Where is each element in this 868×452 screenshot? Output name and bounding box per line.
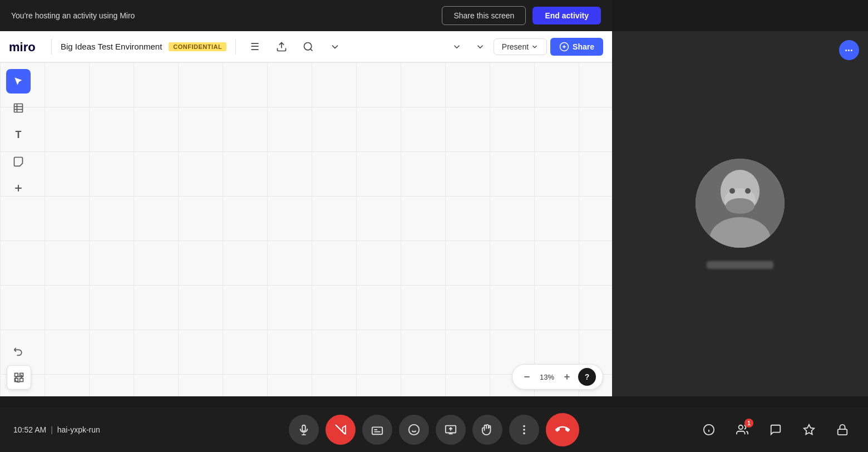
video-avatar — [696, 159, 785, 248]
pipe-separator: | — [51, 425, 53, 434]
undo-tool[interactable] — [6, 338, 31, 363]
menu-icon: ☰ — [250, 41, 259, 53]
share-label: Share — [573, 42, 594, 51]
miro-logo: miro — [9, 40, 38, 53]
more-dots-icon: ••• — [845, 47, 854, 53]
mic-button[interactable] — [289, 415, 319, 445]
zoom-help-button[interactable]: ? — [578, 368, 596, 386]
table-icon — [13, 102, 24, 114]
present-button[interactable]: Present — [494, 38, 547, 55]
toolbar-right: Present Share — [447, 37, 603, 57]
avatar-svg — [696, 159, 785, 248]
emoji-button[interactable] — [399, 415, 429, 445]
zoom-in-button[interactable] — [559, 369, 575, 385]
collapse-left-button[interactable] — [470, 37, 490, 57]
svg-rect-26 — [372, 427, 382, 434]
video-more-button[interactable]: ••• — [839, 40, 859, 60]
captions-icon — [371, 424, 383, 436]
activities-icon — [803, 424, 815, 436]
present-screen-button[interactable] — [436, 415, 466, 445]
upload-icon — [276, 41, 287, 52]
redo-icon — [13, 372, 24, 383]
lock-button[interactable] — [830, 417, 855, 442]
hand-button[interactable] — [472, 415, 502, 445]
text-tool[interactable]: T — [6, 122, 31, 147]
taskbar: 10:52 AM | hai-yxpk-run — [0, 407, 868, 452]
captions-button[interactable] — [362, 415, 392, 445]
time-display: 10:52 AM — [13, 425, 46, 434]
video-panel: ••• — [612, 31, 868, 396]
activity-bar-buttons: Share this screen End activity — [442, 6, 601, 25]
activity-bar: You're hosting an activity using Miro Sh… — [0, 0, 612, 31]
chevron-down-icon — [329, 41, 341, 52]
svg-point-21 — [726, 198, 754, 214]
chevron-down-icon-3 — [475, 42, 485, 52]
mic-icon — [298, 424, 310, 436]
more-options-button[interactable] — [509, 415, 539, 445]
present-chevron-icon — [531, 43, 539, 51]
people-button[interactable]: 1 — [730, 417, 754, 442]
taskbar-time-section: 10:52 AM | hai-yxpk-run — [13, 425, 100, 434]
cursor-tool[interactable] — [6, 69, 31, 94]
lock-icon — [836, 424, 849, 436]
info-icon — [703, 424, 715, 436]
video-name-blur — [707, 261, 773, 269]
svg-point-29 — [409, 425, 419, 435]
svg-point-35 — [523, 429, 525, 431]
svg-marker-41 — [804, 425, 814, 434]
sticky-icon — [13, 156, 24, 167]
svg-rect-3 — [14, 104, 23, 112]
zoom-out-button[interactable] — [519, 369, 535, 385]
chat-icon — [770, 424, 782, 436]
search-icon — [303, 41, 314, 52]
share-screen-button[interactable]: Share this screen — [442, 6, 526, 25]
info-button[interactable] — [697, 417, 721, 442]
more-vert-icon — [518, 424, 530, 436]
chevron-down-icon-2 — [452, 42, 462, 52]
present-label: Present — [502, 42, 529, 51]
upload-button[interactable] — [272, 37, 292, 57]
redo-tool[interactable] — [6, 365, 31, 390]
miro-toolbar: miro Big Ideas Test Environment CONFIDEN… — [0, 31, 612, 62]
chat-button[interactable] — [763, 417, 788, 442]
svg-point-40 — [739, 425, 743, 429]
share-icon — [559, 42, 569, 52]
toolbar-divider-2 — [235, 39, 236, 55]
taskbar-right: 1 — [697, 417, 855, 442]
svg-point-1 — [304, 42, 312, 50]
zoom-bar: 13% ? — [512, 364, 603, 390]
cursor-icon — [13, 76, 24, 87]
add-tool[interactable] — [6, 176, 31, 200]
undo-icon — [13, 345, 24, 356]
table-tool[interactable] — [6, 96, 31, 120]
confidential-badge: CONFIDENTIAL — [169, 42, 226, 51]
miro-container: miro Big Ideas Test Environment CONFIDEN… — [0, 31, 612, 396]
menu-button[interactable]: ☰ — [245, 37, 265, 57]
svg-rect-42 — [838, 429, 847, 435]
canvas-grid — [0, 62, 612, 396]
svg-text:miro: miro — [9, 40, 36, 53]
share-button[interactable]: Share — [550, 38, 603, 56]
minus-icon — [522, 372, 531, 381]
end-activity-button[interactable]: End activity — [532, 7, 601, 24]
session-id: hai-yxpk-run — [57, 425, 100, 434]
collapse-button[interactable] — [447, 37, 467, 57]
end-call-button[interactable] — [546, 413, 579, 446]
video-off-button[interactable] — [326, 415, 356, 445]
search-button[interactable] — [298, 37, 318, 57]
video-off-icon — [334, 424, 347, 436]
svg-point-23 — [745, 188, 751, 194]
svg-point-36 — [523, 433, 525, 435]
canvas-area[interactable]: T — [0, 62, 612, 396]
end-call-icon — [555, 422, 570, 437]
more-tools-button[interactable] — [325, 37, 345, 57]
people-badge: 1 — [744, 419, 753, 428]
zoom-percent: 13% — [538, 373, 556, 381]
emoji-icon — [408, 424, 420, 436]
left-sidebar: T — [0, 62, 37, 396]
activities-button[interactable] — [797, 417, 821, 442]
activity-bar-message: You're hosting an activity using Miro — [11, 11, 135, 20]
present-screen-icon — [445, 424, 457, 436]
svg-point-34 — [523, 425, 525, 428]
sticky-tool[interactable] — [6, 149, 31, 174]
